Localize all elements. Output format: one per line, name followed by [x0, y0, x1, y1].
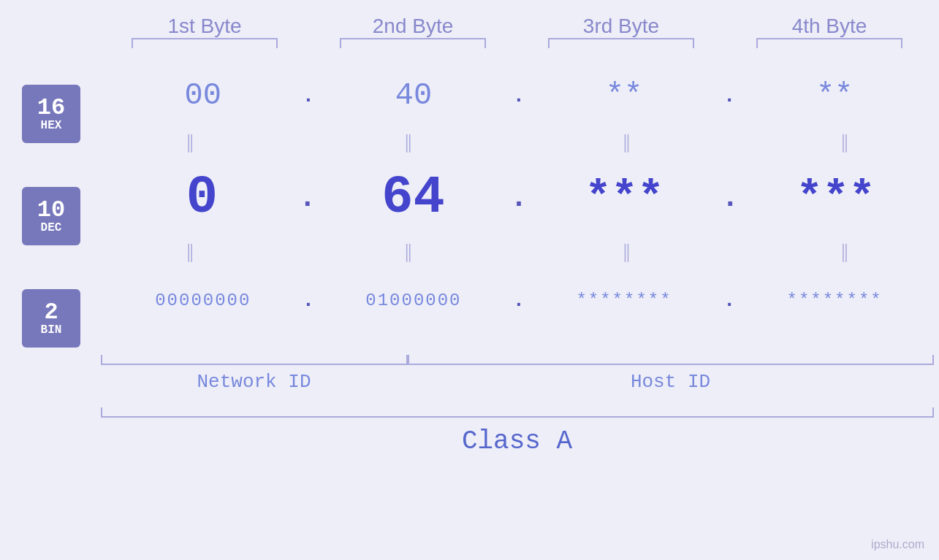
bin-row: 00000000 . 01000000 . ******** . *******… — [102, 267, 935, 333]
bin-b2-value: 01000000 — [365, 291, 461, 310]
main-container: 1st Byte 2nd Byte 3rd Byte 4th Byte 16 H… — [0, 0, 939, 560]
hex-b4-value: ** — [816, 78, 853, 113]
bottom-brackets — [101, 355, 934, 365]
full-bracket — [101, 407, 934, 418]
parallel-5: ║ — [104, 244, 279, 262]
dot-bin-1: . — [302, 289, 314, 312]
dot-bin-2: . — [513, 289, 525, 312]
dec-b4-value: *** — [797, 173, 875, 223]
dot-hex-2: . — [513, 85, 525, 107]
dot-dec-1: . — [299, 182, 316, 215]
hex-b4-cell: ** — [747, 78, 922, 113]
bin-badge: 2 BIN — [22, 289, 80, 348]
dec-b3-cell: *** — [537, 173, 712, 223]
host-bracket — [408, 355, 934, 365]
parallel-4: ║ — [759, 134, 934, 153]
dot-hex-3: . — [723, 85, 736, 107]
parallel-3: ║ — [540, 134, 715, 153]
byte3-header: 3rd Byte — [533, 15, 709, 38]
dot-hex-1: . — [302, 85, 314, 107]
bracket-labels: Network ID Host ID — [101, 371, 934, 393]
parallel-1: ║ — [104, 134, 279, 153]
separator-2: ║ ║ ║ ║ — [102, 238, 935, 267]
bracket-byte4 — [756, 38, 902, 48]
byte4-header: 4th Byte — [742, 15, 917, 38]
host-id-label: Host ID — [408, 371, 934, 393]
dec-b1-value: 0 — [186, 168, 218, 228]
bin-b1-cell: 00000000 — [115, 291, 291, 310]
byte1-header: 1st Byte — [117, 15, 292, 38]
label-column: 16 HEX 10 DEC 2 BIN — [0, 63, 102, 348]
hex-b3-cell: ** — [536, 78, 712, 113]
dec-b1-cell: 0 — [114, 168, 289, 228]
hex-row: 00 . 40 . ** . ** — [102, 63, 935, 129]
parallel-7: ║ — [540, 244, 715, 262]
bin-b3-value: ******** — [576, 291, 672, 310]
hex-b1-cell: 00 — [115, 78, 291, 113]
bin-b3-cell: ******** — [536, 291, 712, 310]
bracket-byte3 — [548, 38, 694, 48]
hex-b1-value: 00 — [185, 78, 221, 113]
dec-row: 0 . 64 . *** . *** — [102, 158, 935, 238]
network-bracket — [101, 355, 408, 365]
dot-dec-3: . — [721, 182, 739, 215]
watermark: ipshu.com — [871, 538, 924, 551]
separator-1: ║ ║ ║ ║ — [102, 129, 935, 158]
byte2-header: 2nd Byte — [325, 15, 501, 38]
dot-bin-3: . — [723, 289, 736, 312]
parallel-2: ║ — [322, 134, 498, 153]
dec-b3-value: *** — [585, 173, 664, 223]
hex-badge: 16 HEX — [22, 85, 80, 143]
dec-badge: 10 DEC — [22, 187, 80, 245]
byte-headers: 1st Byte 2nd Byte 3rd Byte 4th Byte — [101, 15, 934, 38]
bin-b4-cell: ******** — [747, 291, 922, 310]
bin-b2-cell: 01000000 — [326, 291, 501, 310]
bracket-byte1 — [132, 38, 278, 48]
dec-b2-value: 64 — [381, 168, 444, 228]
bracket-byte2 — [340, 38, 486, 48]
data-grid: 00 . 40 . ** . ** ║ ║ — [102, 63, 939, 333]
top-brackets — [101, 38, 934, 48]
content-area: 16 HEX 10 DEC 2 BIN 00 . 40 — [0, 63, 939, 348]
bin-b1-value: 00000000 — [155, 291, 251, 310]
class-label: Class A — [101, 426, 934, 456]
bottom-section: Network ID Host ID Class A — [101, 355, 934, 456]
dec-b2-cell: 64 — [325, 168, 501, 228]
network-id-label: Network ID — [101, 371, 408, 393]
hex-b2-cell: 40 — [326, 78, 501, 113]
parallel-8: ║ — [759, 244, 934, 262]
dot-dec-2: . — [510, 182, 528, 215]
bin-b4-value: ******** — [786, 291, 882, 310]
hex-b2-value: 40 — [395, 78, 432, 113]
hex-b3-value: ** — [606, 78, 642, 113]
parallel-6: ║ — [322, 244, 498, 262]
dec-b4-cell: *** — [748, 173, 924, 223]
